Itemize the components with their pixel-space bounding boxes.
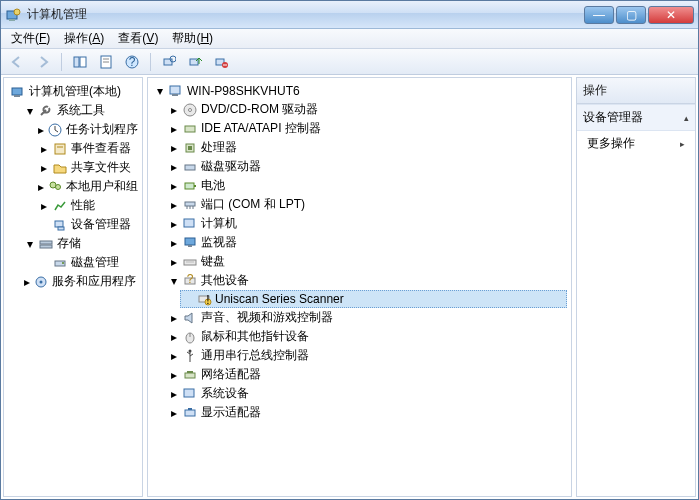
device-dvd[interactable]: ▸DVD/CD-ROM 驱动器 bbox=[166, 100, 567, 119]
window-title: 计算机管理 bbox=[27, 6, 584, 23]
titlebar[interactable]: 计算机管理 — ▢ ✕ bbox=[1, 1, 698, 29]
computer-management-icon bbox=[10, 84, 26, 100]
device-root[interactable]: ▾ WIN-P98SHKVHUT6 bbox=[152, 82, 567, 100]
device-label: IDE ATA/ATAPI 控制器 bbox=[201, 120, 321, 137]
minimize-button[interactable]: — bbox=[584, 6, 614, 24]
disk-icon bbox=[52, 255, 68, 271]
menu-help[interactable]: 帮助(H) bbox=[166, 28, 219, 49]
actions-more[interactable]: 更多操作 ▸ bbox=[577, 131, 695, 156]
expander-icon[interactable]: ▸ bbox=[168, 331, 179, 342]
show-hide-tree-button[interactable] bbox=[70, 52, 90, 72]
expander-icon[interactable]: ▸ bbox=[168, 407, 179, 418]
device-keyboard[interactable]: ▸键盘 bbox=[166, 252, 567, 271]
expander-icon[interactable]: ▸ bbox=[168, 237, 179, 248]
expander-icon[interactable]: ▸ bbox=[168, 218, 179, 229]
expander-icon[interactable]: ▸ bbox=[38, 124, 44, 135]
expander-icon[interactable]: ▾ bbox=[24, 238, 35, 249]
menu-view[interactable]: 查看(V) bbox=[112, 28, 164, 49]
svg-rect-32 bbox=[172, 94, 178, 96]
performance-icon bbox=[52, 198, 68, 214]
expander-icon[interactable]: ▸ bbox=[168, 180, 179, 191]
actions-subheader[interactable]: 设备管理器 ▴ bbox=[577, 104, 695, 131]
device-label: WIN-P98SHKVHUT6 bbox=[187, 84, 300, 98]
expander-icon[interactable]: ▸ bbox=[168, 312, 179, 323]
device-computer[interactable]: ▸计算机 bbox=[166, 214, 567, 233]
tree-shared-folders[interactable]: ▸共享文件夹 bbox=[36, 158, 138, 177]
expander-icon[interactable]: ▸ bbox=[168, 369, 179, 380]
device-label: 系统设备 bbox=[201, 385, 249, 402]
folder-shared-icon bbox=[52, 160, 68, 176]
expander-icon[interactable]: ▸ bbox=[38, 181, 44, 192]
svg-rect-25 bbox=[40, 241, 52, 244]
console-tree-pane[interactable]: 计算机管理(本地) ▾ 系统工具 ▸任务计划程序 ▸事件查看器 bbox=[3, 77, 143, 497]
tree-services-apps[interactable]: ▸ 服务和应用程序 bbox=[22, 272, 138, 291]
svg-rect-57 bbox=[184, 389, 194, 397]
close-button[interactable]: ✕ bbox=[648, 6, 694, 24]
device-battery[interactable]: ▸电池 bbox=[166, 176, 567, 195]
svg-rect-55 bbox=[185, 373, 195, 378]
expander-icon[interactable]: ▾ bbox=[24, 105, 35, 116]
device-monitors[interactable]: ▸监视器 bbox=[166, 233, 567, 252]
actions-pane: 操作 设备管理器 ▴ 更多操作 ▸ bbox=[576, 77, 696, 497]
tree-device-manager[interactable]: 设备管理器 bbox=[36, 215, 138, 234]
device-network[interactable]: ▸网络适配器 bbox=[166, 365, 567, 384]
menu-file[interactable]: 文件(F) bbox=[5, 28, 56, 49]
device-label: 键盘 bbox=[201, 253, 225, 270]
scan-hardware-button[interactable] bbox=[159, 52, 179, 72]
device-ports[interactable]: ▸端口 (COM 和 LPT) bbox=[166, 195, 567, 214]
tree-root[interactable]: 计算机管理(本地) bbox=[8, 82, 138, 101]
tree-disk-management[interactable]: 磁盘管理 bbox=[36, 253, 138, 272]
device-mice[interactable]: ▸鼠标和其他指针设备 bbox=[166, 327, 567, 346]
expander-icon[interactable]: ▾ bbox=[154, 86, 165, 97]
properties-button[interactable] bbox=[96, 52, 116, 72]
tree-system-tools[interactable]: ▾ 系统工具 bbox=[22, 101, 138, 120]
expander-icon[interactable]: ▸ bbox=[168, 123, 179, 134]
tree-local-users[interactable]: ▸本地用户和组 bbox=[36, 177, 138, 196]
help-button[interactable]: ? bbox=[122, 52, 142, 72]
device-label: 声音、视频和游戏控制器 bbox=[201, 309, 333, 326]
expander-icon[interactable]: ▸ bbox=[168, 142, 179, 153]
device-ide[interactable]: ▸IDE ATA/ATAPI 控制器 bbox=[166, 119, 567, 138]
expander-icon[interactable]: ▸ bbox=[38, 162, 49, 173]
expander-icon[interactable]: ▸ bbox=[38, 143, 49, 154]
expander-icon[interactable]: ▸ bbox=[24, 276, 30, 287]
expander-icon[interactable]: ▸ bbox=[168, 350, 179, 361]
expander-icon[interactable]: ▸ bbox=[168, 256, 179, 267]
expander-icon[interactable]: ▾ bbox=[168, 275, 179, 286]
tree-storage[interactable]: ▾ 存储 bbox=[22, 234, 138, 253]
computer-icon bbox=[182, 216, 198, 232]
device-sound[interactable]: ▸声音、视频和游戏控制器 bbox=[166, 308, 567, 327]
tree-label: 事件查看器 bbox=[71, 140, 131, 157]
expander-icon[interactable]: ▸ bbox=[168, 104, 179, 115]
svg-rect-26 bbox=[40, 245, 52, 248]
device-other[interactable]: ▾?其他设备 bbox=[166, 271, 567, 290]
svg-rect-24 bbox=[58, 227, 64, 230]
tree-label: 计算机管理(本地) bbox=[29, 83, 121, 100]
tree-performance[interactable]: ▸性能 bbox=[36, 196, 138, 215]
mouse-icon bbox=[182, 329, 198, 345]
svg-rect-40 bbox=[194, 185, 196, 187]
update-driver-button[interactable] bbox=[185, 52, 205, 72]
submenu-icon: ▸ bbox=[680, 139, 685, 149]
svg-rect-16 bbox=[12, 88, 22, 95]
collapse-icon[interactable]: ▴ bbox=[684, 113, 689, 123]
device-display[interactable]: ▸显示适配器 bbox=[166, 403, 567, 422]
device-label: 其他设备 bbox=[201, 272, 249, 289]
device-system-devices[interactable]: ▸系统设备 bbox=[166, 384, 567, 403]
uninstall-button[interactable] bbox=[211, 52, 231, 72]
expander-icon[interactable]: ▸ bbox=[168, 388, 179, 399]
device-usb[interactable]: ▸通用串行总线控制器 bbox=[166, 346, 567, 365]
device-tree-pane[interactable]: ▾ WIN-P98SHKVHUT6 ▸DVD/CD-ROM 驱动器 ▸IDE A… bbox=[147, 77, 572, 497]
svg-rect-10 bbox=[164, 59, 172, 65]
expander-icon[interactable]: ▸ bbox=[168, 199, 179, 210]
device-cpu[interactable]: ▸处理器 bbox=[166, 138, 567, 157]
device-disk-drives[interactable]: ▸磁盘驱动器 bbox=[166, 157, 567, 176]
expander-icon[interactable]: ▸ bbox=[168, 161, 179, 172]
device-other-scanner[interactable]: !Uniscan Series Scanner bbox=[180, 290, 567, 308]
menu-action[interactable]: 操作(A) bbox=[58, 28, 110, 49]
expander-icon[interactable]: ▸ bbox=[38, 200, 49, 211]
maximize-button[interactable]: ▢ bbox=[616, 6, 646, 24]
tree-event-viewer[interactable]: ▸事件查看器 bbox=[36, 139, 138, 158]
tree-task-scheduler[interactable]: ▸任务计划程序 bbox=[36, 120, 138, 139]
svg-rect-43 bbox=[185, 238, 195, 245]
